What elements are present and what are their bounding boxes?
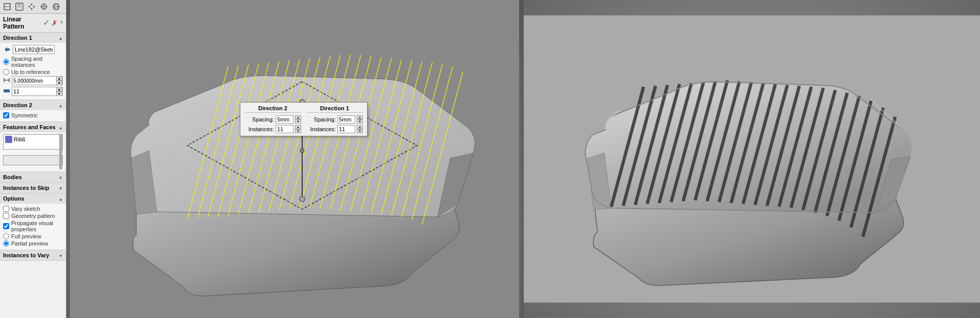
- spacing-input-group: 5.000000mm ▲ ▼: [12, 76, 63, 85]
- top-toolbar: [0, 0, 66, 14]
- dir2-spacing-row: Spacing: 5mm ▲ ▼: [244, 115, 301, 124]
- spacing-input[interactable]: 5.000000mm: [12, 77, 56, 85]
- features-chevron: [59, 124, 63, 131]
- features-body: Rib6: [0, 132, 66, 172]
- options-header[interactable]: Options: [0, 193, 66, 204]
- instances-input[interactable]: 11: [12, 87, 56, 95]
- propagate-visual-checkbox[interactable]: [3, 223, 9, 229]
- dir2-instances-down[interactable]: ▼: [295, 129, 301, 133]
- instances-skip-chevron: [59, 184, 63, 191]
- svg-rect-21: [8, 89, 10, 92]
- move-icon[interactable]: [27, 2, 37, 12]
- direction2-body: Symmetric: [0, 110, 66, 121]
- symmetric-checkbox[interactable]: [3, 112, 9, 118]
- instances-icon: [3, 87, 10, 96]
- spacing-row: 5.000000mm ▲ ▼: [3, 76, 63, 85]
- dir1-col-header: Direction 1: [306, 105, 363, 113]
- viewport-right: [524, 0, 980, 318]
- geometry-pattern-row: Geometry pattern: [3, 213, 63, 219]
- instances-vary-chevron: [59, 252, 63, 259]
- dir1-instances-up[interactable]: ▲: [357, 125, 363, 129]
- sketch-icon[interactable]: [14, 2, 24, 12]
- direction1-header[interactable]: Direction 1: [0, 33, 66, 43]
- full-preview-radio[interactable]: [3, 233, 9, 239]
- instances-skip-label: Instances to Skip: [3, 185, 49, 191]
- direction-popup: Direction 2 Spacing: 5mm ▲ ▼ Instances: …: [240, 102, 368, 136]
- spacing-instances-radio[interactable]: [3, 59, 9, 65]
- add-feature-box[interactable]: [3, 155, 63, 165]
- features-scrollbar2[interactable]: [59, 149, 62, 169]
- dir2-instances-input[interactable]: 11: [276, 125, 293, 133]
- features-box[interactable]: Rib6: [3, 134, 63, 150]
- vary-sketch-row: Vary sketch: [3, 206, 63, 212]
- dir2-spacing-down[interactable]: ▼: [295, 119, 301, 124]
- dir1-spacing-up[interactable]: ▲: [357, 115, 363, 119]
- feature-item-rib6: Rib6: [5, 136, 61, 143]
- svg-marker-15: [5, 47, 10, 52]
- dir1-instances-input[interactable]: 11: [337, 125, 355, 133]
- geometry-pattern-label: Geometry pattern: [11, 213, 55, 219]
- geometry-pattern-checkbox[interactable]: [3, 213, 9, 219]
- dir2-spacing-up[interactable]: ▲: [295, 115, 301, 119]
- direction2-header[interactable]: Direction 2: [0, 100, 66, 110]
- dir1-spacing-down[interactable]: ▼: [357, 119, 363, 124]
- spacing-down-btn[interactable]: ▼: [56, 81, 62, 85]
- bodies-chevron: [59, 174, 63, 181]
- instances-vary-header[interactable]: Instances to Vary: [0, 250, 66, 260]
- svg-marker-5: [31, 3, 33, 5]
- dir1-spacing-row: Spacing: 5mm ▲ ▼: [306, 115, 363, 124]
- cancel-button[interactable]: ✗: [52, 19, 58, 27]
- instances-up-btn[interactable]: ▲: [56, 87, 62, 91]
- svg-marker-6: [31, 8, 33, 10]
- svg-point-51: [300, 149, 304, 153]
- model-svg-right: [524, 0, 980, 318]
- partial-preview-radio[interactable]: [3, 240, 9, 247]
- svg-point-50: [300, 197, 305, 202]
- dir2-col-header: Direction 2: [244, 105, 301, 113]
- instances-down-btn[interactable]: ▼: [56, 91, 62, 96]
- instances-input-group: 11 ▲ ▼: [12, 87, 63, 96]
- instances-skip-header[interactable]: Instances to Skip: [0, 183, 66, 193]
- dir2-spacing-label: Spacing:: [244, 116, 274, 123]
- direction1-field-row: Line182@Sketch5: [3, 45, 63, 54]
- up-to-reference-label: Up to reference: [11, 69, 50, 75]
- dir2-instances-arrows: ▲ ▼: [295, 125, 301, 133]
- instances-row: 11 ▲ ▼: [3, 87, 63, 96]
- panel-title: Linear Pattern: [3, 16, 43, 30]
- direction1-input[interactable]: Line182@Sketch5: [13, 45, 55, 54]
- spacing-up-btn[interactable]: ▲: [56, 76, 62, 81]
- up-to-reference-radio[interactable]: [3, 69, 9, 75]
- propagate-visual-label: Propagate visual properties: [11, 220, 63, 232]
- dir1-col: Direction 1 Spacing: 5mm ▲ ▼ Instances: …: [306, 105, 363, 133]
- svg-rect-19: [4, 89, 6, 92]
- options-chevron: [59, 195, 63, 202]
- model-icon[interactable]: [2, 2, 12, 12]
- bodies-label: Bodies: [3, 174, 22, 180]
- help-button[interactable]: ?: [60, 20, 63, 26]
- direction1-arrow-icon: [3, 45, 11, 54]
- instances-skip-section: Instances to Skip: [0, 183, 66, 193]
- options-label: Options: [3, 195, 24, 202]
- dir1-spacing-input[interactable]: 5mm: [337, 115, 355, 124]
- spacing-instances-row: Spacing and instances: [3, 56, 63, 68]
- svg-rect-20: [6, 89, 8, 92]
- globe-icon[interactable]: [51, 2, 61, 12]
- spacing-icon: [3, 77, 10, 85]
- dir1-instances-row: Instances: 11 ▲ ▼: [306, 125, 363, 133]
- crosshair-icon[interactable]: [39, 2, 49, 12]
- symmetric-row: Symmetric: [3, 112, 63, 118]
- symmetric-label: Symmetric: [11, 112, 38, 118]
- dir1-spacing-arrows: ▲ ▼: [357, 115, 363, 124]
- dir1-instances-down[interactable]: ▼: [357, 129, 363, 133]
- options-section: Options Vary sketch Geometry pattern Pro…: [0, 193, 66, 250]
- bodies-header[interactable]: Bodies: [0, 172, 66, 182]
- confirm-button[interactable]: ✓: [43, 19, 50, 27]
- instances-vary-section: Instances to Vary: [0, 250, 66, 261]
- dir2-instances-up[interactable]: ▲: [295, 125, 301, 129]
- dir1-instances-label: Instances:: [306, 126, 336, 132]
- features-header[interactable]: Features and Faces: [0, 122, 66, 132]
- dir2-spacing-input[interactable]: 5mm: [276, 115, 293, 124]
- panel-header: Linear Pattern ✓ ✗ ?: [0, 14, 66, 33]
- direction1-label: Direction 1: [3, 35, 32, 41]
- vary-sketch-checkbox[interactable]: [3, 206, 9, 212]
